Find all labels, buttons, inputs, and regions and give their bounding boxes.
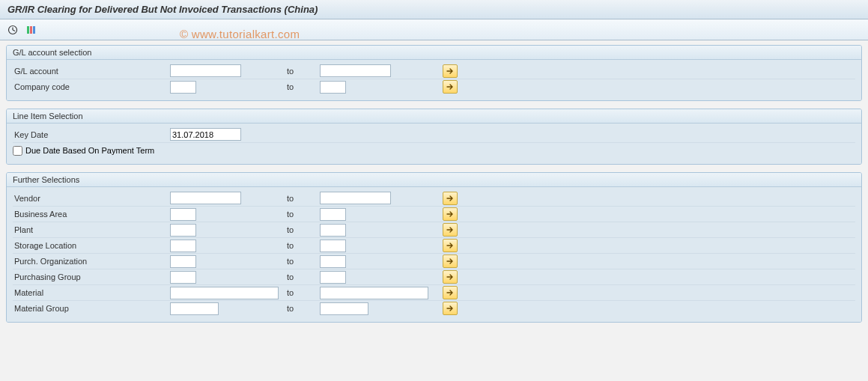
arrow-right-icon [446, 226, 455, 234]
company-code-from-input[interactable] [170, 81, 196, 94]
further-label: Business Area [13, 210, 170, 219]
to-label: to [282, 225, 320, 234]
further-to-input[interactable] [320, 287, 428, 299]
gl-account-to-input[interactable] [320, 64, 391, 77]
arrow-right-icon [446, 83, 455, 91]
further-to-input[interactable] [320, 208, 346, 221]
to-label: to [282, 241, 320, 250]
further-label: Vendor [13, 194, 170, 203]
further-from-input[interactable] [170, 255, 196, 268]
layout-variant-icon [25, 25, 36, 35]
to-label: to [282, 304, 320, 313]
further-from-input[interactable] [170, 208, 196, 221]
further-row: Vendorto [13, 190, 855, 206]
further-from-input[interactable] [170, 224, 196, 237]
to-label: to [282, 67, 320, 76]
company-code-multi-button[interactable] [443, 80, 458, 94]
further-row: Material Groupto [13, 300, 855, 316]
group-line-item: Line Item Selection Key Date Due Date Ba… [6, 109, 862, 165]
further-row: Materialto [13, 284, 855, 300]
to-label: to [282, 210, 320, 219]
further-multi-button[interactable] [443, 192, 458, 205]
arrow-right-icon [446, 305, 455, 312]
further-row: Purchasing Groupto [13, 269, 855, 284]
due-date-text: Due Date Based On Payment Term [25, 146, 154, 155]
further-from-input[interactable] [170, 192, 241, 204]
svg-rect-3 [27, 26, 29, 34]
row-due-date-checkbox: Due Date Based On Payment Term [13, 142, 855, 158]
to-label: to [282, 82, 320, 91]
svg-line-2 [13, 30, 15, 31]
to-label: to [282, 272, 320, 281]
further-multi-button[interactable] [443, 286, 458, 299]
group-gl-account: G/L account selection G/L account to Com… [6, 45, 862, 101]
further-row: Business Areato [13, 206, 855, 222]
further-multi-button[interactable] [443, 302, 458, 315]
further-row: Plantto [13, 222, 855, 237]
layout-variant-button[interactable] [22, 22, 39, 37]
further-to-input[interactable] [320, 240, 346, 252]
to-label: to [282, 288, 320, 297]
toolbar [0, 19, 868, 40]
further-label: Material [13, 288, 170, 297]
arrow-right-icon [446, 242, 455, 249]
further-to-input[interactable] [320, 271, 346, 284]
key-date-input[interactable] [170, 128, 241, 141]
further-from-input[interactable] [170, 287, 279, 299]
further-to-input[interactable] [320, 192, 391, 204]
further-multi-button[interactable] [443, 239, 458, 252]
further-label: Purchasing Group [13, 272, 170, 281]
group-further-selections: Further Selections VendortoBusiness Area… [6, 172, 862, 323]
further-multi-button[interactable] [443, 254, 458, 268]
svg-rect-5 [33, 26, 35, 34]
further-from-input[interactable] [170, 302, 219, 315]
row-company-code: Company code to [13, 79, 855, 94]
further-row: Storage Locationto [13, 237, 855, 253]
gl-account-from-input[interactable] [170, 64, 241, 77]
to-label: to [282, 257, 320, 266]
further-label: Purch. Organization [13, 257, 170, 266]
content-area: G/L account selection G/L account to Com… [0, 40, 868, 335]
further-to-input[interactable] [320, 302, 368, 315]
group-header-gl: G/L account selection [7, 46, 861, 60]
further-multi-button[interactable] [443, 207, 458, 221]
group-header-further: Further Selections [7, 173, 861, 187]
to-label: to [282, 194, 320, 203]
further-label: Material Group [13, 304, 170, 313]
further-label: Plant [13, 225, 170, 234]
arrow-right-icon [446, 67, 455, 75]
further-multi-button[interactable] [443, 223, 458, 237]
execute-icon [7, 25, 18, 35]
arrow-right-icon [446, 210, 455, 218]
svg-rect-4 [30, 26, 32, 34]
label-gl-account: G/L account [13, 67, 170, 76]
group-header-line-item: Line Item Selection [7, 109, 861, 124]
label-key-date: Key Date [13, 130, 170, 139]
further-multi-button[interactable] [443, 270, 458, 284]
further-from-input[interactable] [170, 240, 196, 252]
further-label: Storage Location [13, 241, 170, 250]
page-title: GR/IR Clearing for Delivered But Not Inv… [0, 0, 868, 19]
arrow-right-icon [446, 273, 455, 281]
arrow-right-icon [446, 289, 455, 296]
further-from-input[interactable] [170, 271, 196, 284]
row-key-date: Key Date [13, 127, 855, 142]
further-to-input[interactable] [320, 255, 346, 268]
row-gl-account: G/L account to [13, 63, 855, 79]
due-date-checkbox-label[interactable]: Due Date Based On Payment Term [13, 146, 154, 156]
further-to-input[interactable] [320, 224, 346, 237]
arrow-right-icon [446, 195, 455, 202]
label-company-code: Company code [13, 82, 170, 91]
gl-account-multi-button[interactable] [443, 64, 458, 78]
arrow-right-icon [446, 257, 455, 265]
company-code-to-input[interactable] [320, 81, 346, 94]
due-date-checkbox[interactable] [13, 146, 22, 156]
execute-button[interactable] [4, 22, 21, 37]
further-row: Purch. Organizationto [13, 253, 855, 269]
